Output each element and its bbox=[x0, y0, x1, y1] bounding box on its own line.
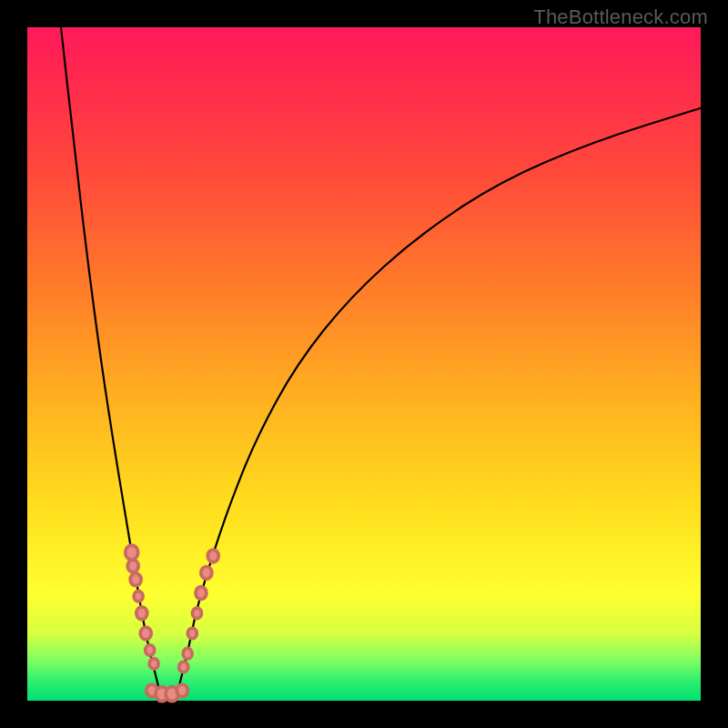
bead-cluster bbox=[126, 545, 219, 702]
plot-area bbox=[27, 27, 701, 701]
bead-right-5 bbox=[183, 648, 192, 658]
bead-right-3 bbox=[207, 550, 218, 562]
bead-left-6 bbox=[146, 645, 155, 655]
bead-right-2 bbox=[201, 567, 212, 580]
bead-right-6 bbox=[179, 662, 188, 672]
bead-left-1 bbox=[127, 560, 138, 572]
bead-left-3 bbox=[134, 592, 143, 602]
chart-frame: TheBottleneck.com bbox=[0, 0, 728, 728]
curve-layer bbox=[27, 27, 701, 701]
bead-right-1 bbox=[196, 587, 207, 600]
bead-left-4 bbox=[136, 607, 147, 620]
left-curve bbox=[61, 27, 162, 701]
bead-left-7 bbox=[149, 659, 158, 669]
bead-right-4 bbox=[187, 628, 197, 638]
bead-right-0 bbox=[192, 608, 201, 618]
bead-bottom-3 bbox=[177, 684, 187, 697]
bead-left-0 bbox=[126, 545, 138, 560]
bead-left-2 bbox=[130, 573, 141, 586]
watermark-text: TheBottleneck.com bbox=[533, 5, 708, 29]
right-curve bbox=[176, 108, 701, 701]
bead-left-5 bbox=[140, 627, 151, 640]
